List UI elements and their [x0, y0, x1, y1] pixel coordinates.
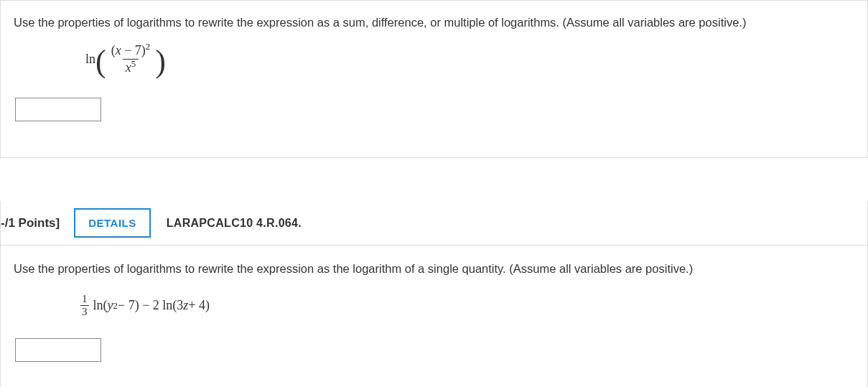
details-button[interactable]: DETAILS	[74, 208, 151, 238]
question-block-2: Use the properties of logarithms to rewr…	[1, 245, 867, 387]
question-2-prompt: Use the properties of logarithms to rewr…	[14, 260, 854, 278]
answer-input-2[interactable]	[15, 338, 101, 362]
fraction: (x − 7)2 x5	[108, 43, 154, 75]
question-2-expression: 1 3 ln(y2 − 7) − 2 ln(3z + 4)	[78, 288, 854, 324]
question-1-prompt: Use the properties of logarithms to rewr…	[14, 14, 854, 32]
question-block-1: Use the properties of logarithms to rewr…	[0, 0, 868, 158]
question-2-wrapper: -/1 Points] DETAILS LARAPCALC10 4.R.064.…	[0, 201, 868, 387]
ln-label: ln	[85, 52, 95, 67]
denominator: x5	[123, 59, 139, 75]
coefficient-fraction: 1 3	[80, 293, 89, 318]
numerator: (x − 7)2	[108, 43, 154, 59]
book-reference: LARAPCALC10 4.R.064.	[167, 217, 302, 230]
answer-input-1[interactable]	[15, 98, 101, 121]
question-1-expression: ln ( (x − 7)2 x5 )	[85, 42, 854, 78]
points-label: -/1 Points]	[1, 216, 60, 230]
block-gap	[0, 158, 868, 201]
question-2-header: -/1 Points] DETAILS LARAPCALC10 4.R.064.	[1, 201, 867, 245]
